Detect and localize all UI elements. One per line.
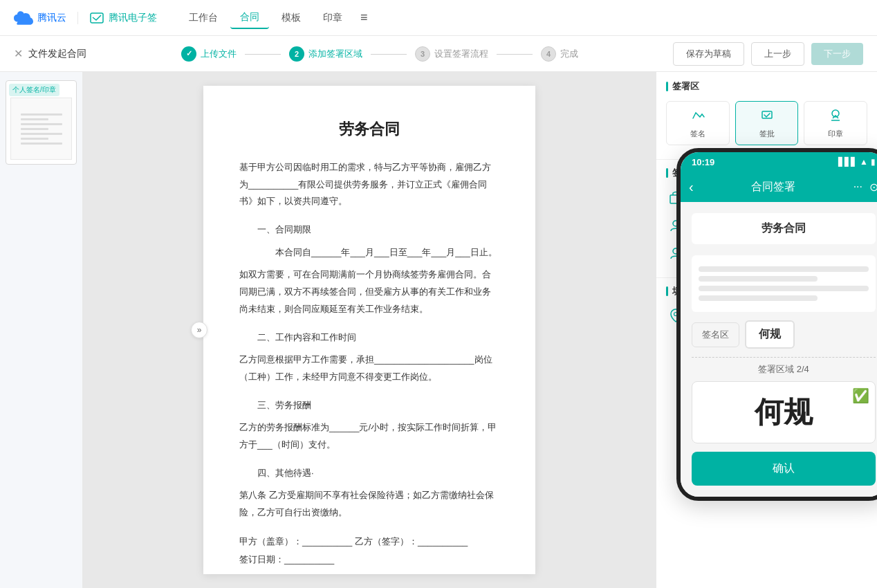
doc-section-1: 一、合同期限 [239,221,499,239]
step-arrow-2: ———— [371,48,407,59]
doc-line [21,133,62,135]
doc-para-1: 基于甲方公司因临时用工的需求，特与乙方平等协商，雇佣乙方为__________有… [239,159,499,210]
mobile-record-icon[interactable]: ⊙ [869,181,877,194]
sign-option-signature-label: 签名 [690,129,705,139]
seal-icon [828,107,843,126]
close-icon[interactable]: ✕ [14,47,23,60]
mobile-sign-box[interactable]: 签名区 [692,322,739,347]
doc-para-3: 如双方需要，可在合同期满前一个月协商续签劳务雇佣合同。合同期已满，双方不再续签合… [239,266,499,318]
sign-option-approve[interactable]: 签批 [735,101,799,145]
document-title: 劳务合同 [239,119,499,140]
doc-line [21,143,62,145]
left-sidebar: 个人签名/印章 [0,72,83,588]
doc-para-2: 本合同自______年___月___日至___年___月___日止。 [239,244,499,261]
sign-area-section: 签署区 签名 [656,72,877,159]
mobile-sign-area: 签名区 何规 [692,320,876,349]
mobile-mockup: 10:19 ▋▋▋ ▲ ▮ ‹ 合同签署 ··· ⊙ 劳务合同 [676,148,877,501]
doc-para-5: 乙方的劳务报酬标准为______元/小时，按实际工作时间折算，甲方于___（时间… [239,419,499,453]
main-header: 腾讯云 腾讯电子签 工作台 合同 模板 印章 ≡ [0,0,877,36]
nav-contract[interactable]: 合同 [230,7,269,29]
sign-option-seal[interactable]: 印章 [804,101,867,145]
mobile-line [699,286,869,291]
document-page: » 劳务合同 基于甲方公司因临时用工的需求，特与乙方平等协商，雇佣乙方为____… [203,86,535,574]
mobile-line [699,295,818,301]
sign-option-approve-label: 签批 [759,129,775,139]
mobile-doc-lines [692,255,876,312]
step-3-circle: 3 [415,46,430,62]
doc-bottom-2: 签订日期：__________ [239,551,499,569]
doc-section-4: 四、其他待遇· [239,465,499,482]
svg-rect-0 [91,13,103,23]
step-3: 3 设置签署流程 [415,46,488,62]
step-4-circle: 4 [541,46,556,62]
mobile-content: 劳务合同 签名区 何规 签署区域 2/4 ✅ 何规 确认 [681,202,877,497]
step-1-label: 上传文件 [201,48,237,60]
doc-line [21,128,48,130]
header-buttons: 保存为草稿 上一步 下一步 [673,42,863,66]
mobile-check-icon: ✅ [852,387,869,404]
step-1-circle: ✓ [181,46,196,62]
logo-area: 腾讯云 腾讯电子签 [14,11,157,25]
doc-bottom-1: 甲方（盖章）：__________ 乙方（签字）：__________ [239,533,499,551]
mobile-line [699,276,818,282]
step-1: ✓ 上传文件 [181,46,237,62]
mobile-back-button[interactable]: ‹ [689,179,694,195]
doc-line [21,118,48,120]
doc-para-6: 第八条 乙方受雇期间不享有社会保险待遇；如乙方需缴纳社会保险，乙方可自行出资缴纳… [239,487,499,521]
esign-logo: 腾讯电子签 [77,12,157,24]
doc-bottom-area: 甲方（盖章）：__________ 乙方（签字）：__________ 签订日期… [239,533,499,569]
signal-icon: ▋▋▋ [838,157,857,167]
sign-options: 签名 签批 [666,101,867,145]
doc-line [21,138,48,140]
mobile-nav-actions: ··· ⊙ [853,181,877,194]
doc-lines [21,111,62,147]
sign-option-signature[interactable]: 签名 [666,101,730,145]
sign-area-title: 签署区 [666,80,867,93]
mobile-progress-label: 签署区域 2/4 [692,363,876,376]
svg-rect-1 [762,111,772,118]
esign-label: 腾讯电子签 [109,12,157,24]
nav-seal[interactable]: 印章 [313,8,352,28]
mobile-status-icons: ▋▋▋ ▲ ▮ [838,157,876,167]
mobile-status-bar: 10:19 ▋▋▋ ▲ ▮ [681,152,877,172]
mobile-confirm-button[interactable]: 确认 [692,452,876,486]
main-nav: 工作台 合同 模板 印章 ≡ [179,7,368,29]
wifi-icon: ▲ [860,157,868,167]
save-draft-button[interactable]: 保存为草稿 [673,42,744,66]
step-3-label: 设置签署流程 [434,48,488,60]
doc-line [21,113,62,116]
document-thumbnail[interactable]: 个人签名/印章 [6,80,77,165]
tencent-cloud-label: 腾讯云 [37,12,66,24]
file-title-label: 文件发起合同 [28,48,86,60]
sub-header: ✕ 文件发起合同 ✓ 上传文件 ———— 2 添加签署区域 ———— 3 设置签… [0,36,877,72]
mobile-nav-title: 合同签署 [699,180,848,194]
nav-template[interactable]: 模板 [272,8,311,28]
hamburger-icon[interactable]: ≡ [360,10,368,25]
next-step-button[interactable]: 下一步 [811,43,863,65]
mobile-sign-filled[interactable]: 何规 [745,320,795,349]
mobile-nav: ‹ 合同签署 ··· ⊙ [681,172,877,202]
mobile-more-icon[interactable]: ··· [853,181,862,194]
step-arrow-3: ———— [497,48,533,59]
mobile-contract-title: 劳务合同 [692,213,876,244]
main-content: 个人签名/印章 » 劳务合同 基于甲方公司因临时用工的需求，特与乙方平等协商，雇… [0,72,877,588]
step-arrow-1: ———— [245,48,281,59]
steps-area: ✓ 上传文件 ———— 2 添加签署区域 ———— 3 设置签署流程 ———— … [181,46,578,62]
battery-icon: ▮ [871,157,876,167]
step-2-label: 添加签署区域 [308,48,362,60]
doc-section-2: 二、工作内容和工作时间 [239,329,499,347]
nav-workbench[interactable]: 工作台 [179,8,228,28]
step-4: 4 完成 [541,46,578,62]
mobile-time: 10:19 [692,157,714,167]
step-2: 2 添加签署区域 [289,46,362,62]
prev-step-button[interactable]: 上一步 [751,42,804,66]
doc-thumb-label: 个人签名/印章 [9,84,59,96]
mobile-line [699,266,869,272]
collapse-button[interactable]: » [191,322,207,338]
document-area: » 劳务合同 基于甲方公司因临时用工的需求，特与乙方平等协商，雇佣乙方为____… [83,72,656,588]
doc-para-4: 乙方同意根据甲方工作需要，承担____________________岗位（工种… [239,351,499,385]
mobile-big-name: 何规 [703,393,864,432]
doc-section-3: 三、劳务报酬 [239,397,499,414]
mobile-big-sign-area: ✅ 何规 [692,381,876,443]
right-panel: 签署区 签名 [656,72,877,588]
